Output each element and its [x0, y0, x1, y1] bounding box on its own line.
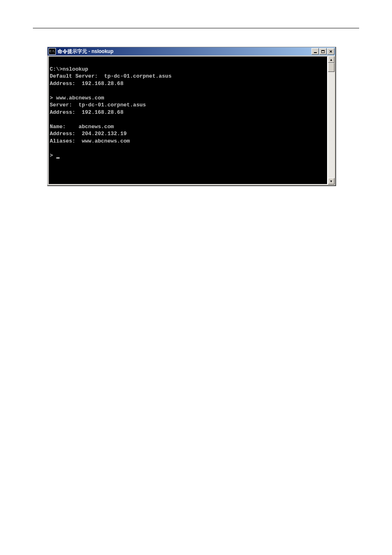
terminal-line: Default Server: tp-dc-01.corpnet.asus	[50, 73, 171, 79]
vertical-scrollbar[interactable]: ▲ ▼	[327, 56, 334, 184]
window-titlebar[interactable]: C:\ 命令提示字元 - nslookup ✕	[48, 47, 335, 55]
terminal-line: Server: tp-dc-01.corpnet.asus	[50, 102, 146, 108]
maximize-button[interactable]	[319, 48, 327, 55]
terminal-line: C:\>nslookup	[50, 66, 88, 72]
window-body: C:\>nslookup Default Server: tp-dc-01.co…	[48, 55, 335, 185]
scroll-thumb[interactable]	[328, 63, 334, 72]
document-page: C:\ 命令提示字元 - nslookup ✕ C:\>nslookup Def…	[0, 0, 392, 186]
close-button[interactable]: ✕	[327, 48, 334, 55]
terminal-line: Address: 192.168.28.68	[50, 81, 123, 87]
window-title: 命令提示字元 - nslookup	[58, 48, 311, 55]
minimize-button[interactable]	[311, 48, 319, 55]
terminal-line: > www.abcnews.com	[50, 95, 104, 101]
terminal-line: Name: abcnews.com	[50, 124, 114, 130]
terminal-prompt: >	[50, 152, 56, 159]
terminal-line: Address: 192.168.28.68	[50, 109, 123, 115]
terminal-line: Aliases: www.abcnews.com	[50, 138, 130, 144]
window-controls: ✕	[311, 48, 334, 55]
cursor-icon	[56, 157, 60, 159]
terminal-line: Address: 204.202.132.19	[50, 131, 127, 137]
terminal-output[interactable]: C:\>nslookup Default Server: tp-dc-01.co…	[48, 56, 327, 184]
scroll-up-button[interactable]: ▲	[328, 56, 334, 63]
page-divider	[33, 28, 359, 28]
command-prompt-window: C:\ 命令提示字元 - nslookup ✕ C:\>nslookup Def…	[47, 47, 336, 186]
scroll-down-button[interactable]: ▼	[328, 178, 334, 184]
cmd-icon: C:\	[48, 48, 56, 55]
scroll-track[interactable]	[328, 72, 334, 178]
